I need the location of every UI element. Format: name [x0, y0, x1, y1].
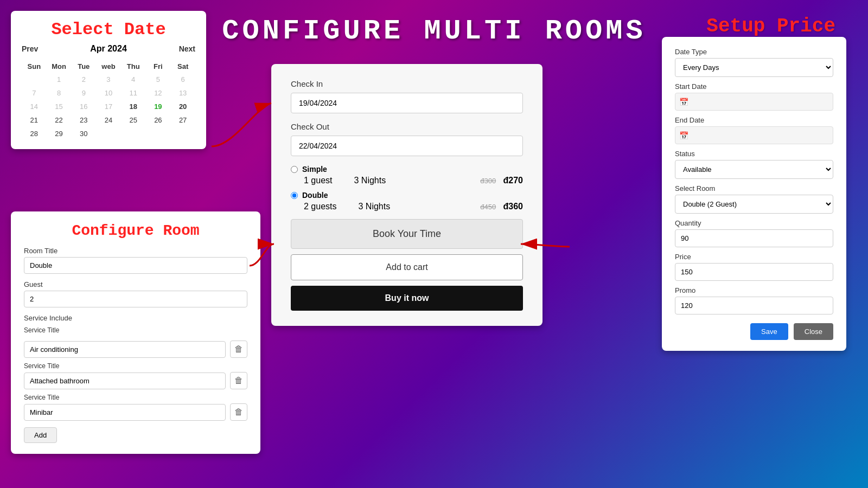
status-select[interactable]: Available Unavailable [675, 160, 833, 179]
calendar-grid: Sun Mon Tue web Thu Fri Sat 123456789101… [22, 60, 195, 140]
calendar-nav: Prev Apr 2024 Next [22, 44, 195, 54]
calendar-day[interactable]: 17 [96, 100, 121, 113]
calendar-day[interactable]: 4 [121, 73, 146, 86]
add-service-button[interactable]: Add [24, 427, 57, 443]
end-date-input[interactable] [675, 126, 833, 144]
end-date-wrapper: 📅 [675, 126, 833, 144]
day-header-mon: Mon [47, 60, 72, 73]
calendar-next-button[interactable]: Next [179, 44, 195, 53]
buy-now-button[interactable]: Buy it now [291, 286, 523, 311]
book-time-button[interactable]: Book Your Time [291, 219, 523, 249]
double-price: đ450 đ360 [480, 202, 523, 211]
select-room-select[interactable]: Double (2 Guest) Single (1 Guest) [675, 195, 833, 214]
room-options: Simple 1 guest 3 Nights đ300 đ270 Double… [291, 165, 523, 211]
day-header-fri: Fri [146, 60, 171, 73]
simple-nights: 3 Nights [354, 176, 386, 185]
room-title-input[interactable] [24, 257, 247, 274]
calendar-day[interactable]: 22 [47, 113, 72, 127]
calendar-day[interactable]: 9 [71, 86, 96, 100]
configure-room-panel: Configure Room Room Title Guest Service … [11, 211, 260, 454]
double-price-original: đ450 [480, 203, 496, 211]
calendar-day[interactable]: 14 [22, 100, 47, 113]
simple-price: đ300 đ270 [480, 176, 523, 185]
calendar-day [121, 127, 146, 140]
day-header-tue: Tue [71, 60, 96, 73]
service-title-label-2: Service Title [24, 362, 59, 370]
save-button[interactable]: Save [750, 323, 788, 340]
simple-price-original: đ300 [480, 177, 496, 185]
sp-buttons: Save Close [675, 323, 833, 340]
calendar-day[interactable]: 16 [71, 100, 96, 113]
calendar-day[interactable]: 28 [22, 127, 47, 140]
check-out-input[interactable] [291, 136, 523, 156]
day-header-sat: Sat [170, 60, 195, 73]
calendar-day[interactable]: 1 [47, 73, 72, 86]
calendar-day[interactable]: 27 [170, 113, 195, 127]
double-label: Double [302, 191, 328, 200]
calendar-day[interactable]: 10 [96, 86, 121, 100]
calendar-day[interactable]: 24 [96, 113, 121, 127]
service-title-label-2-wrap: Service Title [24, 362, 247, 370]
close-button[interactable]: Close [794, 323, 833, 340]
promo-label: Promo [675, 286, 833, 294]
room-title-group: Room Title [24, 247, 247, 274]
double-radio[interactable] [291, 192, 298, 199]
calendar-day[interactable]: 21 [22, 113, 47, 127]
service-input-2[interactable] [24, 373, 226, 389]
quantity-input[interactable] [675, 229, 833, 247]
calendar-day[interactable]: 29 [47, 127, 72, 140]
start-date-input[interactable] [675, 93, 833, 111]
calendar-day[interactable]: 18 [121, 100, 146, 113]
calendar-title: Select Date [22, 20, 195, 40]
simple-option-header: Simple [291, 165, 523, 174]
check-in-input[interactable] [291, 93, 523, 113]
calendar-icon-end: 📅 [679, 131, 688, 140]
select-room-label: Select Room [675, 184, 833, 192]
calendar-day[interactable]: 30 [71, 127, 96, 140]
simple-radio[interactable] [291, 166, 298, 173]
date-type-select[interactable]: Every Days Weekdays Weekends [675, 58, 833, 77]
calendar-day[interactable]: 15 [47, 100, 72, 113]
room-title-label: Room Title [24, 247, 247, 255]
calendar-day[interactable]: 20 [170, 100, 195, 113]
service-title-label-3: Service Title [24, 394, 59, 401]
calendar-day [22, 73, 47, 86]
simple-option-group: Simple 1 guest 3 Nights đ300 đ270 [291, 165, 523, 185]
calendar-icon-start: 📅 [679, 98, 688, 106]
booking-panel: Check In Check Out Simple 1 guest 3 Nigh… [271, 64, 542, 326]
guest-label: Guest [24, 280, 247, 288]
configure-room-title: Configure Room [24, 222, 247, 239]
calendar-day[interactable]: 6 [170, 73, 195, 86]
guest-input[interactable] [24, 291, 247, 307]
calendar-day[interactable]: 26 [146, 113, 171, 127]
calendar-day[interactable]: 23 [71, 113, 96, 127]
price-input[interactable] [675, 263, 833, 281]
status-label: Status [675, 150, 833, 158]
calendar-day[interactable]: 5 [146, 73, 171, 86]
service-delete-btn-3[interactable]: 🗑 [230, 403, 247, 421]
service-input-1[interactable] [24, 341, 226, 358]
calendar-day[interactable]: 12 [146, 86, 171, 100]
promo-input[interactable] [675, 297, 833, 314]
calendar-day[interactable]: 7 [22, 86, 47, 100]
day-header-sun: Sun [22, 60, 47, 73]
simple-price-current: đ270 [503, 176, 523, 185]
calendar-day[interactable]: 11 [121, 86, 146, 100]
service-input-row-1: 🗑 [24, 341, 247, 358]
calendar-day[interactable]: 13 [170, 86, 195, 100]
calendar-day[interactable]: 19 [146, 100, 171, 113]
calendar-month-year: Apr 2024 [90, 44, 127, 54]
calendar-day[interactable]: 3 [96, 73, 121, 86]
add-cart-button[interactable]: Add to cart [291, 254, 523, 280]
calendar-day[interactable]: 8 [47, 86, 72, 100]
day-header-thu: Thu [121, 60, 146, 73]
calendar-day[interactable]: 25 [121, 113, 146, 127]
calendar-day[interactable]: 2 [71, 73, 96, 86]
double-price-current: đ360 [503, 202, 523, 211]
calendar-prev-button[interactable]: Prev [22, 44, 38, 53]
service-title-label-3-wrap: Service Title [24, 394, 247, 401]
service-delete-btn-2[interactable]: 🗑 [230, 372, 247, 389]
service-input-row-3: 🗑 [24, 403, 247, 421]
service-input-3[interactable] [24, 404, 226, 421]
service-delete-btn-1[interactable]: 🗑 [230, 341, 247, 358]
